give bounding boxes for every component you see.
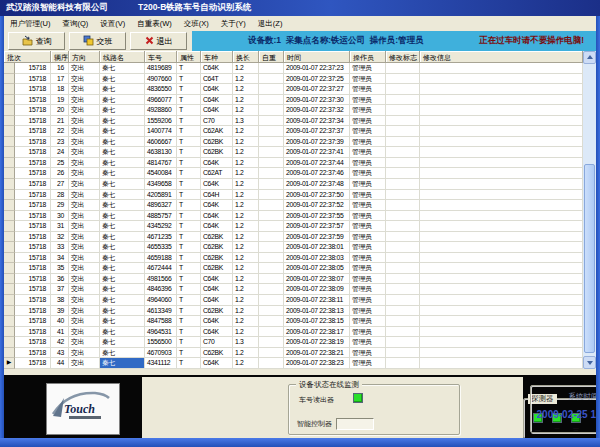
cell[interactable]: 秦七 xyxy=(100,306,145,317)
cell[interactable]: T xyxy=(177,63,201,74)
cell[interactable]: 2009-01-07 22:38:07 xyxy=(284,274,350,285)
cell[interactable]: 2009-01-07 22:38:19 xyxy=(284,337,350,348)
cell[interactable]: 交出 xyxy=(69,274,100,285)
cell[interactable]: 1.2 xyxy=(233,358,259,369)
cell[interactable]: 交出 xyxy=(69,253,100,264)
cell[interactable]: 2009-01-07 22:37:37 xyxy=(284,126,350,137)
cell[interactable] xyxy=(386,242,420,253)
cell[interactable]: 29 xyxy=(51,200,69,211)
cell[interactable]: 管理员 xyxy=(350,253,386,264)
cell[interactable]: 交出 xyxy=(69,306,100,317)
cell[interactable]: 秦七 xyxy=(100,253,145,264)
cell[interactable]: 2009-01-07 22:38:01 xyxy=(284,242,350,253)
cell[interactable]: 交出 xyxy=(69,232,100,243)
cell[interactable]: 2009-01-07 22:38:17 xyxy=(284,327,350,338)
cell[interactable]: 秦七 xyxy=(100,232,145,243)
cell[interactable]: 管理员 xyxy=(350,179,386,190)
cell[interactable]: 15718 xyxy=(15,74,51,85)
cell[interactable]: 4814767 xyxy=(145,158,177,169)
record-selector[interactable] xyxy=(4,232,15,243)
cell[interactable]: C64K xyxy=(201,200,233,211)
cell[interactable]: 18 xyxy=(51,84,69,95)
cell[interactable]: 1559206 xyxy=(145,116,177,127)
cell[interactable]: 15718 xyxy=(15,126,51,137)
cell[interactable]: T xyxy=(177,253,201,264)
menu-item[interactable]: 交班(X) xyxy=(178,19,215,29)
cell[interactable]: 2009-01-07 22:37:32 xyxy=(284,105,350,116)
cell[interactable]: 交出 xyxy=(69,358,100,369)
cell[interactable]: C62BK xyxy=(201,348,233,359)
cell[interactable]: 交出 xyxy=(69,147,100,158)
cell[interactable]: 38 xyxy=(51,295,69,306)
cell[interactable] xyxy=(420,74,583,85)
cell[interactable] xyxy=(259,168,284,179)
cell[interactable]: 秦七 xyxy=(100,295,145,306)
cell[interactable]: 15718 xyxy=(15,105,51,116)
cell[interactable]: 1.2 xyxy=(233,74,259,85)
cell[interactable]: 15718 xyxy=(15,116,51,127)
cell[interactable]: 40 xyxy=(51,316,69,327)
cell[interactable]: 秦七 xyxy=(100,327,145,338)
record-selector[interactable] xyxy=(4,200,15,211)
cell[interactable]: 2009-01-07 22:38:15 xyxy=(284,316,350,327)
menu-item[interactable]: 退出(Z) xyxy=(252,19,289,29)
cell[interactable]: 15718 xyxy=(15,358,51,369)
cell[interactable]: 管理员 xyxy=(350,63,386,74)
cell[interactable]: 4964060 xyxy=(145,295,177,306)
cell[interactable] xyxy=(259,337,284,348)
cell[interactable]: 交出 xyxy=(69,168,100,179)
cell[interactable] xyxy=(420,284,583,295)
cell[interactable]: 管理员 xyxy=(350,316,386,327)
cell[interactable]: 15718 xyxy=(15,337,51,348)
cell[interactable]: 44 xyxy=(51,358,69,369)
cell[interactable]: 43 xyxy=(51,348,69,359)
cell[interactable]: 秦七 xyxy=(100,126,145,137)
cell[interactable]: 2009-01-07 22:37:44 xyxy=(284,158,350,169)
cell[interactable]: 秦七 xyxy=(100,116,145,127)
cell[interactable]: 1.2 xyxy=(233,63,259,74)
cell[interactable]: 1.3 xyxy=(233,116,259,127)
cell[interactable]: C64K xyxy=(201,105,233,116)
cell[interactable]: 秦七 xyxy=(100,221,145,232)
cell[interactable]: 交出 xyxy=(69,337,100,348)
cell[interactable]: 管理员 xyxy=(350,147,386,158)
cell[interactable] xyxy=(259,242,284,253)
record-selector[interactable] xyxy=(4,63,15,74)
cell[interactable]: 1.2 xyxy=(233,306,259,317)
cell[interactable]: T xyxy=(177,232,201,243)
cell[interactable]: 15718 xyxy=(15,95,51,106)
column-header[interactable]: 自重 xyxy=(259,51,284,63)
menu-item[interactable]: 关于(Y) xyxy=(215,19,252,29)
cell[interactable]: 4964531 xyxy=(145,327,177,338)
record-selector[interactable] xyxy=(4,316,15,327)
cell[interactable] xyxy=(386,137,420,148)
cell[interactable]: 42 xyxy=(51,337,69,348)
cell[interactable] xyxy=(386,179,420,190)
cell[interactable]: C62BK xyxy=(201,263,233,274)
cell[interactable]: 34 xyxy=(51,253,69,264)
cell[interactable]: 2009-01-07 22:37:57 xyxy=(284,221,350,232)
cell[interactable]: 4928860 xyxy=(145,105,177,116)
cell[interactable]: C64K xyxy=(201,211,233,222)
toolbar-button-查询[interactable]: 查询 xyxy=(8,32,65,50)
cell[interactable]: 秦七 xyxy=(100,274,145,285)
cell[interactable] xyxy=(386,253,420,264)
cell[interactable] xyxy=(259,126,284,137)
cell[interactable] xyxy=(386,327,420,338)
cell[interactable]: C62AT xyxy=(201,168,233,179)
cell[interactable]: 管理员 xyxy=(350,221,386,232)
cell[interactable] xyxy=(420,105,583,116)
cell[interactable] xyxy=(386,116,420,127)
cell[interactable]: 1.2 xyxy=(233,327,259,338)
cell[interactable]: 15718 xyxy=(15,284,51,295)
cell[interactable]: 秦七 xyxy=(100,137,145,148)
cell[interactable]: 管理员 xyxy=(350,274,386,285)
cell[interactable]: 1.2 xyxy=(233,242,259,253)
cell[interactable]: 15718 xyxy=(15,84,51,95)
cell[interactable]: 管理员 xyxy=(350,358,386,369)
cell[interactable]: C62BK xyxy=(201,147,233,158)
cell[interactable]: 4349658 xyxy=(145,179,177,190)
cell[interactable]: 交出 xyxy=(69,316,100,327)
cell[interactable] xyxy=(386,295,420,306)
cell[interactable]: 15718 xyxy=(15,274,51,285)
